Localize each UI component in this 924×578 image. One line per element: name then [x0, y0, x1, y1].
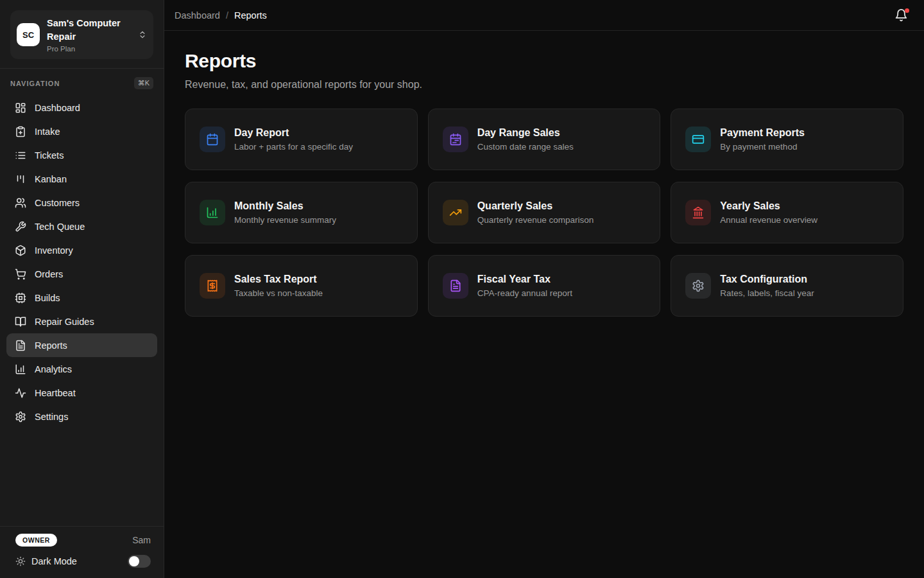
toggle-knob	[129, 556, 139, 566]
report-card-fiscal-year-tax[interactable]: Fiscal Year Tax CPA-ready annual report	[428, 255, 661, 317]
report-card-description: Taxable vs non-taxable	[234, 288, 323, 298]
report-card-title: Day Range Sales	[477, 127, 574, 139]
credit-card-icon	[685, 127, 711, 152]
gear-icon	[15, 411, 26, 423]
report-card-description: By payment method	[720, 142, 805, 152]
report-card-title: Day Report	[234, 127, 353, 139]
gear-icon	[685, 273, 711, 299]
report-card-description: Rates, labels, fiscal year	[720, 288, 814, 298]
report-card-title: Tax Configuration	[720, 274, 814, 285]
report-card-title: Sales Tax Report	[234, 274, 323, 285]
breadcrumb-current: Reports	[234, 10, 267, 21]
report-cards-grid: Day Report Labor + parts for a specific …	[185, 109, 903, 317]
sidebar-item-settings[interactable]: Settings	[6, 405, 157, 428]
report-card-title: Payment Reports	[720, 127, 805, 139]
users-icon	[15, 197, 26, 209]
sidebar-item-repair-guides[interactable]: Repair Guides	[6, 310, 157, 333]
sidebar-item-orders[interactable]: Orders	[6, 262, 157, 286]
report-card-title: Yearly Sales	[720, 200, 817, 212]
sidebar-item-builds[interactable]: Builds	[6, 286, 157, 310]
report-card-description: Annual revenue overview	[720, 215, 817, 225]
shopping-cart-icon	[15, 268, 26, 280]
sidebar-item-analytics[interactable]: Analytics	[6, 357, 157, 381]
report-card-title: Fiscal Year Tax	[477, 274, 572, 285]
report-card-description: CPA-ready annual report	[477, 288, 572, 298]
sidebar-item-label: Inventory	[35, 245, 73, 256]
sidebar-item-inventory[interactable]: Inventory	[6, 238, 157, 262]
sidebar-item-label: Heartbeat	[35, 388, 76, 398]
clipboard-plus-icon	[15, 126, 26, 137]
breadcrumb: Dashboard / Reports	[175, 10, 267, 21]
dark-mode-toggle[interactable]	[128, 555, 151, 568]
breadcrumb-separator: /	[226, 10, 228, 21]
sidebar-item-kanban[interactable]: Kanban	[6, 167, 157, 191]
report-card-yearly-sales[interactable]: Yearly Sales Annual revenue overview	[671, 182, 903, 243]
workspace-name: Sam's Computer Repair	[47, 17, 131, 44]
layout-dashboard-icon	[15, 102, 26, 114]
sidebar-item-heartbeat[interactable]: Heartbeat	[6, 381, 157, 405]
workspace-plan: Pro Plan	[47, 45, 131, 53]
navigation-section-label: NAVIGATION	[10, 80, 60, 87]
calendar-icon	[200, 127, 225, 152]
breadcrumb-dashboard-link[interactable]: Dashboard	[175, 10, 220, 21]
workspace-avatar: SC	[17, 23, 40, 46]
wrench-icon	[15, 221, 26, 232]
report-card-description: Labor + parts for a specific day	[234, 142, 353, 152]
sidebar-item-label: Tech Queue	[35, 222, 85, 232]
activity-icon	[15, 387, 26, 399]
notification-dot	[905, 8, 909, 13]
report-card-quarterly-sales[interactable]: Quarterly Sales Quarterly revenue compar…	[428, 182, 661, 243]
dark-mode-label: Dark Mode	[31, 556, 122, 566]
report-card-description: Custom date range sales	[477, 142, 574, 152]
file-text-icon	[15, 340, 26, 351]
sidebar-nav: Dashboard Intake Tickets Kanban Customer…	[0, 93, 164, 526]
report-card-day-range-sales[interactable]: Day Range Sales Custom date range sales	[428, 109, 661, 170]
sidebar-item-label: Kanban	[35, 174, 67, 184]
sidebar-item-label: Builds	[35, 293, 60, 303]
sidebar-item-label: Repair Guides	[35, 317, 94, 327]
package-icon	[15, 245, 26, 256]
list-icon	[15, 150, 26, 161]
sidebar-item-label: Orders	[35, 269, 63, 279]
bar-chart-icon	[200, 200, 225, 225]
sidebar-item-label: Analytics	[35, 364, 72, 374]
sidebar: SC Sam's Computer Repair Pro Plan NAVIGA…	[0, 0, 164, 578]
user-name: Sam	[132, 535, 151, 545]
sidebar-item-tech-queue[interactable]: Tech Queue	[6, 215, 157, 238]
topbar: Dashboard / Reports	[164, 0, 924, 31]
sidebar-item-dashboard[interactable]: Dashboard	[6, 96, 157, 119]
bar-chart-icon	[15, 363, 26, 375]
sidebar-item-label: Reports	[35, 340, 67, 351]
notifications-button[interactable]	[894, 8, 909, 22]
workspace-switcher[interactable]: SC Sam's Computer Repair Pro Plan	[10, 10, 153, 59]
kanban-icon	[15, 173, 26, 185]
report-card-title: Monthly Sales	[234, 200, 336, 212]
report-card-tax-configuration[interactable]: Tax Configuration Rates, labels, fiscal …	[671, 255, 903, 317]
report-card-description: Quarterly revenue comparison	[477, 215, 594, 225]
reports-page: Reports Revenue, tax, and operational re…	[164, 31, 924, 336]
sidebar-item-label: Settings	[35, 412, 68, 422]
sidebar-item-customers[interactable]: Customers	[6, 191, 157, 215]
landmark-icon	[685, 200, 711, 225]
cpu-icon	[15, 292, 26, 304]
sidebar-item-intake[interactable]: Intake	[6, 119, 157, 143]
sidebar-item-tickets[interactable]: Tickets	[6, 143, 157, 167]
report-card-payment-reports[interactable]: Payment Reports By payment method	[671, 109, 903, 170]
report-card-monthly-sales[interactable]: Monthly Sales Monthly revenue summary	[185, 182, 418, 243]
sidebar-footer: OWNER Sam Dark Mode	[0, 526, 164, 578]
command-k-shortcut-badge: ⌘K	[134, 77, 153, 89]
report-card-day-report[interactable]: Day Report Labor + parts for a specific …	[185, 109, 418, 170]
calendar-range-icon	[443, 127, 468, 152]
role-badge: OWNER	[15, 534, 57, 547]
sidebar-item-reports[interactable]: Reports	[6, 333, 157, 357]
page-title: Reports	[185, 50, 903, 72]
report-card-sales-tax-report[interactable]: Sales Tax Report Taxable vs non-taxable	[185, 255, 418, 317]
sidebar-item-label: Tickets	[35, 150, 64, 161]
report-card-title: Quarterly Sales	[477, 200, 594, 212]
page-subtitle: Revenue, tax, and operational reports fo…	[185, 79, 903, 91]
sidebar-item-label: Dashboard	[35, 103, 80, 113]
main-area: Dashboard / Reports Reports Revenue, tax…	[164, 0, 924, 578]
file-text-icon	[443, 273, 468, 299]
chevrons-up-down-icon	[138, 30, 147, 39]
book-open-icon	[15, 316, 26, 328]
